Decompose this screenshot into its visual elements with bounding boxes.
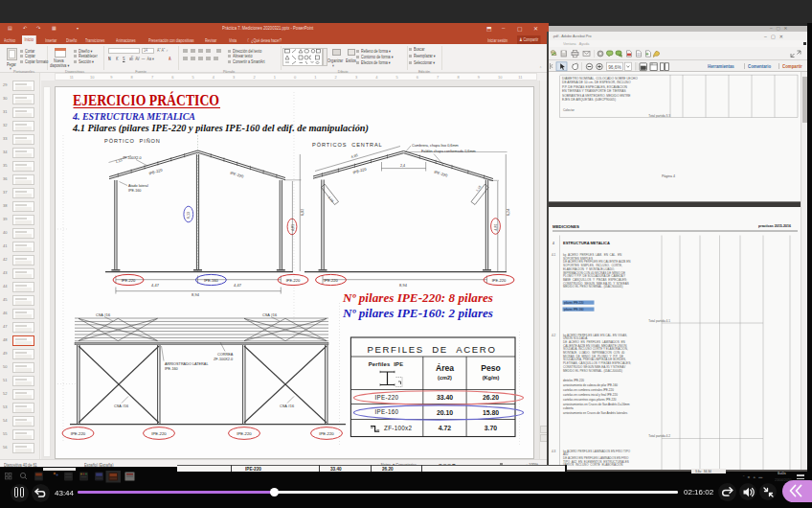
svg-text:IPE-220: IPE-220 [492, 278, 507, 283]
svg-text:arriostramientos en Cruces de: arriostramientos en Cruces de San Andrés… [563, 403, 630, 406]
svg-text:cubierta: cubierta [563, 406, 574, 410]
svg-text:PÖRTICO PIÑON: PÖRTICO PIÑON [104, 138, 161, 144]
svg-text:IPE-160: IPE-160 [204, 278, 218, 283]
svg-text:MEDICIONES: MEDICIONES [553, 224, 579, 229]
svg-text:pilares IPE-160: pilares IPE-160 [564, 308, 584, 312]
svg-text:8,94: 8,94 [192, 292, 200, 297]
svg-text:6,02: 6,02 [301, 209, 304, 216]
svg-text:33.40: 33.40 [437, 394, 453, 401]
svg-text:VARIOS INCLUSO CORTE ELABOR: VARIOS INCLUSO CORTE ELABORACION [563, 463, 623, 467]
svg-text:MEDIDO EL PESO NOMINAL. (05ACS: MEDIDO EL PESO NOMINAL. (05ACS00005) [563, 285, 623, 289]
svg-text:IPE-220: IPE-220 [122, 278, 136, 283]
svg-text:IPE-220: IPE-220 [286, 278, 301, 283]
svg-text:4.1 Pilares (pilares IPE-220 y: 4.1 Pilares (pilares IPE-220 y pilares I… [72, 124, 369, 134]
svg-text:kg ACERO PERFILES LAMINADOS EN: kg ACERO PERFILES LAMINADOS EN FRIO TIPO [563, 450, 631, 453]
svg-text:15.80: 15.80 [483, 409, 499, 416]
svg-text:arriostramiento de cabeza de p: arriostramiento de cabeza de pilar IPE-1… [563, 383, 618, 387]
svg-text:Perfiles IPE: Perfiles IPE [369, 361, 404, 367]
svg-text:4.72: 4.72 [439, 425, 452, 431]
svg-text:DE ARENA DE 10 cm. DE ESPESOR,: DE ARENA DE 10 cm. DE ESPESOR, INCLUSO [562, 81, 631, 84]
svg-text:CORREA: CORREA [217, 353, 234, 357]
svg-text:Total partida 3.3: Total partida 3.3 [648, 114, 670, 118]
svg-text:4.3: 4.3 [552, 450, 556, 453]
svg-text:96,6%: 96,6% [608, 65, 621, 70]
svg-text:20.10: 20.10 [437, 409, 453, 416]
svg-text:IPE-160: IPE-160 [375, 408, 399, 415]
svg-text:PÖRTICOS CENTRAL: PÖRTICOS CENTRAL [312, 142, 383, 148]
svg-text:4,47: 4,47 [151, 283, 160, 288]
svg-text:Total partida 4.2: Total partida 4.2 [648, 434, 670, 438]
svg-text:Cumbrera, chapa liso 0,6mm: Cumbrera, chapa liso 0,6mm [412, 144, 459, 148]
svg-text:6,13: 6,13 [187, 212, 191, 219]
svg-text:(Kg/m): (Kg/m) [483, 375, 500, 381]
svg-text:26.20: 26.20 [483, 394, 499, 401]
svg-text:SOBRANTES A VERTEDERO. MEDIDO: SOBRANTES A VERTEDERO. MEDIDO ENTRE [562, 94, 631, 98]
svg-text:IPE-220: IPE-220 [375, 394, 399, 401]
svg-text:ZF-100X2.0: ZF-100X2.0 [123, 156, 141, 160]
svg-text:4. ESTRUCTURA METALICA: 4. ESTRUCTURA METALICA [72, 110, 195, 122]
svg-text:Peso: Peso [481, 363, 501, 373]
svg-text:P.P. DE PIEZAS ESPECIALES, EXC: P.P. DE PIEZAS ESPECIALES, EXCAVACION [562, 85, 628, 89]
svg-text:IPE-220: IPE-220 [71, 431, 86, 436]
svg-text:ARRIOSTRADO LATERAL: ARRIOSTRADO LATERAL [165, 362, 209, 366]
svg-text:Nº pilares IPE-220: 8 pilares: Nº pilares IPE-220: 8 pilares [342, 291, 494, 305]
svg-text:2,4: 2,4 [400, 164, 405, 168]
svg-text:CSA #16: CSA #16 [262, 313, 277, 317]
svg-text:pilares IPE-220: pilares IPE-220 [564, 301, 584, 305]
svg-text:(cm2): (cm2) [438, 375, 452, 381]
svg-text:4.1: 4.1 [552, 253, 556, 257]
svg-text:PERFILES DE ACERO: PERFILES DE ACERO [368, 344, 497, 355]
svg-text:cartelas en cumbrera inicial y: cartelas en cumbrera inicial y final IPE… [563, 393, 618, 397]
svg-text:MEDIDO EL PESO NOMINAL. (05ACJ: MEDIDO EL PESO NOMINAL. (05ACJ00045) [563, 369, 622, 373]
svg-text:cartelas en cumbrera centrales: cartelas en cumbrera centrales IPE-220 [563, 388, 614, 392]
svg-text:CSA #16: CSA #16 [96, 313, 110, 317]
svg-text:IPE-220: IPE-220 [324, 278, 338, 283]
svg-text:practicas 2015-2016: practicas 2015-2016 [758, 224, 791, 228]
svg-text:IPE-160: IPE-160 [165, 367, 178, 371]
svg-text:Faldón chapa conformada 0,6mm: Faldón chapa conformada 0,6mm [421, 150, 476, 153]
svg-text:Página 4: Página 4 [662, 174, 675, 178]
svg-text:6,24: 6,24 [507, 209, 510, 216]
svg-text:Área: Área [436, 363, 454, 373]
svg-text:IPE-220: IPE-220 [151, 431, 167, 436]
svg-text:EJES DE ARQUETAS. (04ECP90005): EJES DE ARQUETAS. (04ECP90005) [562, 98, 616, 102]
svg-text:DIAMETRO NOMINAL, COLOCADO SOB: DIAMETRO NOMINAL, COLOCADO SOBRE LECHO [562, 77, 638, 81]
svg-text:4,81: 4,81 [494, 224, 498, 231]
svg-text:IPE-220: IPE-220 [237, 431, 252, 436]
svg-text:EJERCICIO PRÁCTICO: EJERCICIO PRÁCTICO [73, 91, 219, 109]
svg-text:8,94: 8,94 [399, 283, 408, 288]
svg-text:IPE-160: IPE-160 [128, 189, 141, 193]
svg-text:dinteles IPE-220: dinteles IPE-220 [563, 379, 584, 382]
svg-text:ESTRUCTURA METALICA: ESTRUCTURA METALICA [563, 241, 610, 245]
svg-text:CSA #16: CSA #16 [114, 404, 128, 408]
svg-text:4: 4 [553, 242, 554, 245]
svg-text:CSA #16: CSA #16 [280, 404, 294, 408]
svg-text:Nº pilares IPE-160: 2 pilares: Nº pilares IPE-160: 2 pilares [342, 307, 494, 320]
svg-text:Colector: Colector [563, 108, 575, 112]
svg-text:3.70: 3.70 [485, 425, 498, 431]
svg-text:cartelas encuentros vigas-pila: cartelas encuentros vigas-pilares IPE-22… [563, 398, 617, 402]
svg-text:4,47: 4,47 [234, 283, 242, 288]
svg-text:Total partida 4.1: Total partida 4.1 [648, 319, 670, 323]
svg-text:ZF-100x2: ZF-100x2 [384, 425, 413, 431]
svg-text:ZF-100X2.0: ZF-100X2.0 [214, 358, 233, 361]
svg-text:IPE-220: IPE-220 [319, 431, 334, 436]
svg-text:arriostramiento en Cruces de S: arriostramiento en Cruces de San Andrés … [563, 411, 628, 415]
svg-text:4.2: 4.2 [552, 334, 556, 337]
svg-text:Atado lateral: Atado lateral [128, 184, 148, 188]
svg-text:EN TIERRAS Y TRANSPORTE DE TIE: EN TIERRAS Y TRANSPORTE DE TIERRAS [562, 89, 626, 93]
